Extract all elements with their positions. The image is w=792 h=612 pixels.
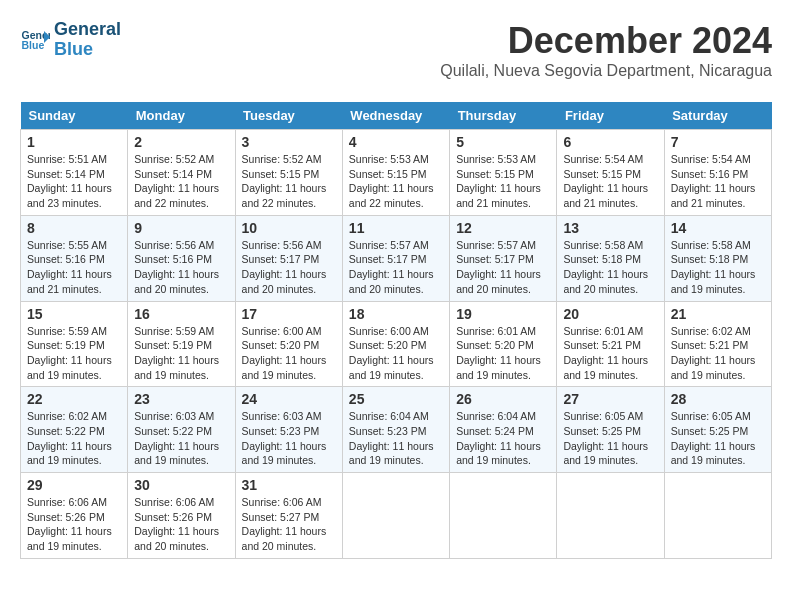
day-info: Sunrise: 6:06 AMSunset: 5:27 PMDaylight:… <box>242 495 336 554</box>
day-info: Sunrise: 5:52 AMSunset: 5:14 PMDaylight:… <box>134 152 228 211</box>
day-number: 3 <box>242 134 336 150</box>
day-number: 25 <box>349 391 443 407</box>
day-info: Sunrise: 5:54 AMSunset: 5:16 PMDaylight:… <box>671 152 765 211</box>
day-number: 2 <box>134 134 228 150</box>
day-info: Sunrise: 5:56 AMSunset: 5:16 PMDaylight:… <box>134 238 228 297</box>
day-info: Sunrise: 6:03 AMSunset: 5:23 PMDaylight:… <box>242 409 336 468</box>
calendar-cell: 10Sunrise: 5:56 AMSunset: 5:17 PMDayligh… <box>235 215 342 301</box>
day-number: 28 <box>671 391 765 407</box>
day-info: Sunrise: 5:52 AMSunset: 5:15 PMDaylight:… <box>242 152 336 211</box>
logo: General Blue General Blue <box>20 20 121 60</box>
calendar-cell: 22Sunrise: 6:02 AMSunset: 5:22 PMDayligh… <box>21 387 128 473</box>
calendar-cell: 11Sunrise: 5:57 AMSunset: 5:17 PMDayligh… <box>342 215 449 301</box>
calendar-cell: 25Sunrise: 6:04 AMSunset: 5:23 PMDayligh… <box>342 387 449 473</box>
calendar-cell: 4Sunrise: 5:53 AMSunset: 5:15 PMDaylight… <box>342 130 449 216</box>
day-number: 29 <box>27 477 121 493</box>
calendar-cell: 12Sunrise: 5:57 AMSunset: 5:17 PMDayligh… <box>450 215 557 301</box>
calendar-week-4: 22Sunrise: 6:02 AMSunset: 5:22 PMDayligh… <box>21 387 772 473</box>
day-info: Sunrise: 5:58 AMSunset: 5:18 PMDaylight:… <box>563 238 657 297</box>
calendar-cell <box>557 473 664 559</box>
calendar-cell: 6Sunrise: 5:54 AMSunset: 5:15 PMDaylight… <box>557 130 664 216</box>
day-number: 6 <box>563 134 657 150</box>
day-info: Sunrise: 6:05 AMSunset: 5:25 PMDaylight:… <box>671 409 765 468</box>
weekday-header-friday: Friday <box>557 102 664 130</box>
day-info: Sunrise: 5:53 AMSunset: 5:15 PMDaylight:… <box>456 152 550 211</box>
day-number: 26 <box>456 391 550 407</box>
calendar-cell: 1Sunrise: 5:51 AMSunset: 5:14 PMDaylight… <box>21 130 128 216</box>
calendar-week-2: 8Sunrise: 5:55 AMSunset: 5:16 PMDaylight… <box>21 215 772 301</box>
calendar-cell: 20Sunrise: 6:01 AMSunset: 5:21 PMDayligh… <box>557 301 664 387</box>
day-number: 21 <box>671 306 765 322</box>
day-info: Sunrise: 6:05 AMSunset: 5:25 PMDaylight:… <box>563 409 657 468</box>
calendar-week-5: 29Sunrise: 6:06 AMSunset: 5:26 PMDayligh… <box>21 473 772 559</box>
calendar-cell: 2Sunrise: 5:52 AMSunset: 5:14 PMDaylight… <box>128 130 235 216</box>
calendar-cell: 27Sunrise: 6:05 AMSunset: 5:25 PMDayligh… <box>557 387 664 473</box>
day-number: 11 <box>349 220 443 236</box>
day-number: 20 <box>563 306 657 322</box>
day-info: Sunrise: 5:58 AMSunset: 5:18 PMDaylight:… <box>671 238 765 297</box>
calendar-cell: 17Sunrise: 6:00 AMSunset: 5:20 PMDayligh… <box>235 301 342 387</box>
day-info: Sunrise: 6:04 AMSunset: 5:24 PMDaylight:… <box>456 409 550 468</box>
calendar-cell: 23Sunrise: 6:03 AMSunset: 5:22 PMDayligh… <box>128 387 235 473</box>
day-info: Sunrise: 6:06 AMSunset: 5:26 PMDaylight:… <box>134 495 228 554</box>
calendar-cell <box>450 473 557 559</box>
day-info: Sunrise: 6:00 AMSunset: 5:20 PMDaylight:… <box>242 324 336 383</box>
calendar-cell: 29Sunrise: 6:06 AMSunset: 5:26 PMDayligh… <box>21 473 128 559</box>
calendar-cell: 24Sunrise: 6:03 AMSunset: 5:23 PMDayligh… <box>235 387 342 473</box>
month-title: December 2024 <box>440 20 772 62</box>
logo-line2: Blue <box>54 40 121 60</box>
day-number: 9 <box>134 220 228 236</box>
day-number: 14 <box>671 220 765 236</box>
day-info: Sunrise: 5:56 AMSunset: 5:17 PMDaylight:… <box>242 238 336 297</box>
calendar-cell: 15Sunrise: 5:59 AMSunset: 5:19 PMDayligh… <box>21 301 128 387</box>
day-number: 10 <box>242 220 336 236</box>
day-number: 8 <box>27 220 121 236</box>
day-info: Sunrise: 5:53 AMSunset: 5:15 PMDaylight:… <box>349 152 443 211</box>
day-info: Sunrise: 5:57 AMSunset: 5:17 PMDaylight:… <box>456 238 550 297</box>
weekday-header-sunday: Sunday <box>21 102 128 130</box>
day-number: 15 <box>27 306 121 322</box>
day-number: 31 <box>242 477 336 493</box>
logo-line1: General <box>54 20 121 40</box>
svg-text:Blue: Blue <box>22 39 45 51</box>
calendar-cell: 16Sunrise: 5:59 AMSunset: 5:19 PMDayligh… <box>128 301 235 387</box>
day-number: 30 <box>134 477 228 493</box>
calendar-cell: 3Sunrise: 5:52 AMSunset: 5:15 PMDaylight… <box>235 130 342 216</box>
day-number: 27 <box>563 391 657 407</box>
day-number: 7 <box>671 134 765 150</box>
day-number: 23 <box>134 391 228 407</box>
day-info: Sunrise: 5:57 AMSunset: 5:17 PMDaylight:… <box>349 238 443 297</box>
day-info: Sunrise: 5:59 AMSunset: 5:19 PMDaylight:… <box>27 324 121 383</box>
location: Quilali, Nueva Segovia Department, Nicar… <box>440 62 772 80</box>
calendar-table: SundayMondayTuesdayWednesdayThursdayFrid… <box>20 102 772 559</box>
weekday-header-tuesday: Tuesday <box>235 102 342 130</box>
day-number: 17 <box>242 306 336 322</box>
calendar-cell: 26Sunrise: 6:04 AMSunset: 5:24 PMDayligh… <box>450 387 557 473</box>
day-info: Sunrise: 5:59 AMSunset: 5:19 PMDaylight:… <box>134 324 228 383</box>
day-number: 4 <box>349 134 443 150</box>
day-number: 13 <box>563 220 657 236</box>
calendar-cell: 14Sunrise: 5:58 AMSunset: 5:18 PMDayligh… <box>664 215 771 301</box>
day-info: Sunrise: 6:01 AMSunset: 5:20 PMDaylight:… <box>456 324 550 383</box>
day-info: Sunrise: 5:51 AMSunset: 5:14 PMDaylight:… <box>27 152 121 211</box>
day-number: 24 <box>242 391 336 407</box>
day-number: 5 <box>456 134 550 150</box>
day-info: Sunrise: 6:02 AMSunset: 5:21 PMDaylight:… <box>671 324 765 383</box>
weekday-header-monday: Monday <box>128 102 235 130</box>
weekday-header-thursday: Thursday <box>450 102 557 130</box>
weekday-header-saturday: Saturday <box>664 102 771 130</box>
day-info: Sunrise: 6:02 AMSunset: 5:22 PMDaylight:… <box>27 409 121 468</box>
calendar-cell: 13Sunrise: 5:58 AMSunset: 5:18 PMDayligh… <box>557 215 664 301</box>
day-info: Sunrise: 5:55 AMSunset: 5:16 PMDaylight:… <box>27 238 121 297</box>
calendar-week-1: 1Sunrise: 5:51 AMSunset: 5:14 PMDaylight… <box>21 130 772 216</box>
calendar-cell: 30Sunrise: 6:06 AMSunset: 5:26 PMDayligh… <box>128 473 235 559</box>
calendar-cell: 18Sunrise: 6:00 AMSunset: 5:20 PMDayligh… <box>342 301 449 387</box>
day-info: Sunrise: 6:03 AMSunset: 5:22 PMDaylight:… <box>134 409 228 468</box>
day-info: Sunrise: 6:01 AMSunset: 5:21 PMDaylight:… <box>563 324 657 383</box>
day-info: Sunrise: 6:06 AMSunset: 5:26 PMDaylight:… <box>27 495 121 554</box>
day-number: 16 <box>134 306 228 322</box>
day-number: 1 <box>27 134 121 150</box>
calendar-cell: 9Sunrise: 5:56 AMSunset: 5:16 PMDaylight… <box>128 215 235 301</box>
calendar-cell <box>342 473 449 559</box>
day-info: Sunrise: 6:00 AMSunset: 5:20 PMDaylight:… <box>349 324 443 383</box>
